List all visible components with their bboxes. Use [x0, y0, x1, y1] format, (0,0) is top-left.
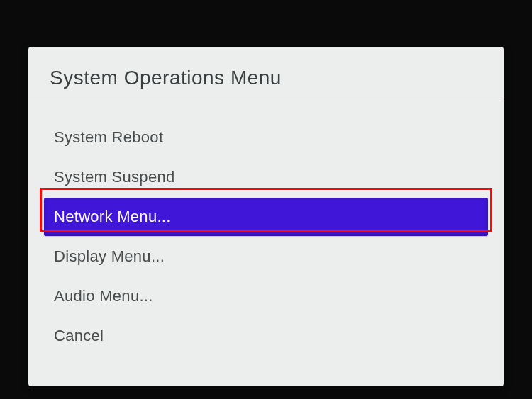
menu-item-audio-menu[interactable]: Audio Menu...: [44, 277, 488, 315]
menu-list: System Reboot System Suspend Network Men…: [28, 118, 504, 355]
menu-item-network-menu[interactable]: Network Menu...: [44, 198, 488, 236]
menu-item-system-reboot[interactable]: System Reboot: [44, 118, 488, 157]
menu-item-cancel[interactable]: Cancel: [44, 317, 488, 355]
menu-item-display-menu[interactable]: Display Menu...: [44, 237, 488, 276]
menu-item-system-suspend[interactable]: System Suspend: [44, 158, 488, 196]
dialog-title: System Operations Menu: [28, 67, 504, 101]
system-operations-dialog: System Operations Menu System Reboot Sys…: [28, 47, 504, 386]
